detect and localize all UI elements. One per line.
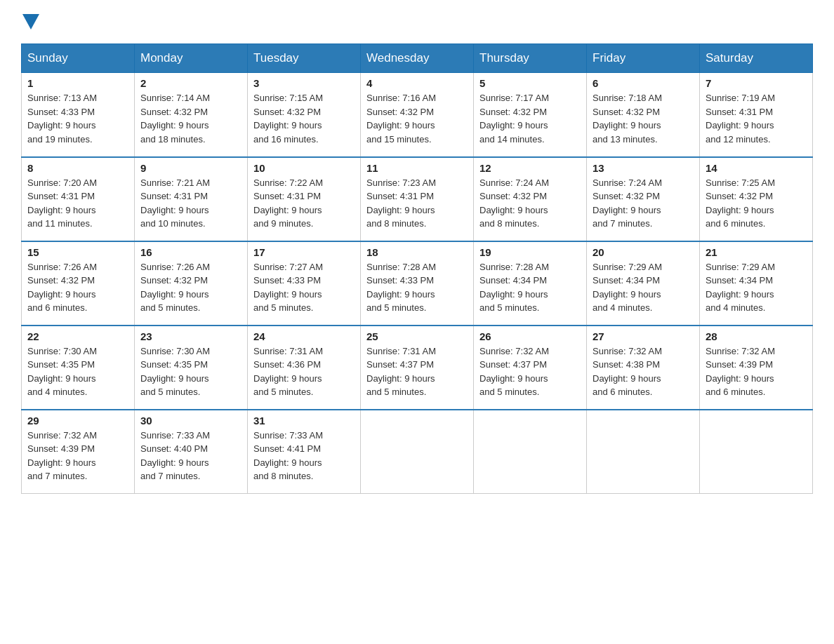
- day-number: 4: [366, 77, 468, 89]
- calendar-cell: 29 Sunrise: 7:32 AM Sunset: 4:39 PM Dayl…: [22, 410, 135, 494]
- day-info: Sunrise: 7:25 AM Sunset: 4:32 PM Dayligh…: [706, 176, 807, 231]
- day-number: 27: [593, 330, 694, 342]
- week-row-1: 1 Sunrise: 7:13 AM Sunset: 4:33 PM Dayli…: [22, 73, 813, 157]
- day-number: 25: [366, 330, 468, 342]
- calendar-cell: 7 Sunrise: 7:19 AM Sunset: 4:31 PM Dayli…: [700, 73, 813, 157]
- day-number: 22: [27, 330, 128, 342]
- calendar-table: SundayMondayTuesdayWednesdayThursdayFrid…: [21, 43, 813, 494]
- logo: [21, 14, 41, 29]
- week-row-5: 29 Sunrise: 7:32 AM Sunset: 4:39 PM Dayl…: [22, 410, 813, 494]
- calendar-cell: 4 Sunrise: 7:16 AM Sunset: 4:32 PM Dayli…: [361, 73, 474, 157]
- day-number: 2: [140, 77, 241, 89]
- day-info: Sunrise: 7:19 AM Sunset: 4:31 PM Dayligh…: [706, 91, 807, 146]
- calendar-cell: 23 Sunrise: 7:30 AM Sunset: 4:35 PM Dayl…: [135, 326, 248, 410]
- calendar-cell: 31 Sunrise: 7:33 AM Sunset: 4:41 PM Dayl…: [248, 410, 361, 494]
- calendar-cell: 17 Sunrise: 7:27 AM Sunset: 4:33 PM Dayl…: [248, 241, 361, 326]
- calendar-cell: 20 Sunrise: 7:29 AM Sunset: 4:34 PM Dayl…: [587, 241, 700, 326]
- calendar-cell: 21 Sunrise: 7:29 AM Sunset: 4:34 PM Dayl…: [700, 241, 813, 326]
- calendar-cell: 25 Sunrise: 7:31 AM Sunset: 4:37 PM Dayl…: [361, 326, 474, 410]
- calendar-cell: 13 Sunrise: 7:24 AM Sunset: 4:32 PM Dayl…: [587, 157, 700, 241]
- day-number: 20: [593, 246, 694, 258]
- day-number: 28: [706, 330, 807, 342]
- day-info: Sunrise: 7:18 AM Sunset: 4:32 PM Dayligh…: [593, 91, 694, 146]
- calendar-cell: 14 Sunrise: 7:25 AM Sunset: 4:32 PM Dayl…: [700, 157, 813, 241]
- day-number: 3: [253, 77, 355, 89]
- weekday-header-row: SundayMondayTuesdayWednesdayThursdayFrid…: [22, 44, 813, 73]
- calendar-cell: 30 Sunrise: 7:33 AM Sunset: 4:40 PM Dayl…: [135, 410, 248, 494]
- weekday-header-friday: Friday: [587, 44, 700, 73]
- calendar-cell: [700, 410, 813, 494]
- day-info: Sunrise: 7:30 AM Sunset: 4:35 PM Dayligh…: [140, 344, 241, 399]
- calendar-cell: 2 Sunrise: 7:14 AM Sunset: 4:32 PM Dayli…: [135, 73, 248, 157]
- day-info: Sunrise: 7:32 AM Sunset: 4:39 PM Dayligh…: [706, 344, 807, 399]
- day-number: 7: [706, 77, 807, 89]
- day-info: Sunrise: 7:13 AM Sunset: 4:33 PM Dayligh…: [27, 91, 128, 146]
- day-number: 21: [706, 246, 807, 258]
- day-number: 26: [479, 330, 581, 342]
- day-info: Sunrise: 7:27 AM Sunset: 4:33 PM Dayligh…: [253, 260, 355, 315]
- day-info: Sunrise: 7:32 AM Sunset: 4:37 PM Dayligh…: [479, 344, 581, 399]
- week-row-2: 8 Sunrise: 7:20 AM Sunset: 4:31 PM Dayli…: [22, 157, 813, 241]
- day-info: Sunrise: 7:16 AM Sunset: 4:32 PM Dayligh…: [366, 91, 468, 146]
- day-info: Sunrise: 7:33 AM Sunset: 4:41 PM Dayligh…: [253, 429, 355, 483]
- weekday-header-monday: Monday: [135, 44, 248, 73]
- day-number: 10: [253, 162, 355, 174]
- day-number: 14: [706, 162, 807, 174]
- day-number: 12: [479, 162, 581, 174]
- day-number: 1: [27, 77, 128, 89]
- day-info: Sunrise: 7:24 AM Sunset: 4:32 PM Dayligh…: [593, 176, 694, 231]
- calendar-cell: 26 Sunrise: 7:32 AM Sunset: 4:37 PM Dayl…: [474, 326, 587, 410]
- day-number: 19: [479, 246, 581, 258]
- day-number: 31: [253, 415, 355, 427]
- day-number: 17: [253, 246, 355, 258]
- day-number: 5: [479, 77, 581, 89]
- day-info: Sunrise: 7:15 AM Sunset: 4:32 PM Dayligh…: [253, 91, 355, 146]
- calendar-cell: 18 Sunrise: 7:28 AM Sunset: 4:33 PM Dayl…: [361, 241, 474, 326]
- weekday-header-tuesday: Tuesday: [248, 44, 361, 73]
- day-number: 8: [27, 162, 128, 174]
- day-info: Sunrise: 7:23 AM Sunset: 4:31 PM Dayligh…: [366, 176, 468, 231]
- day-number: 11: [366, 162, 468, 174]
- week-row-4: 22 Sunrise: 7:30 AM Sunset: 4:35 PM Dayl…: [22, 326, 813, 410]
- day-info: Sunrise: 7:21 AM Sunset: 4:31 PM Dayligh…: [140, 176, 241, 231]
- day-info: Sunrise: 7:31 AM Sunset: 4:37 PM Dayligh…: [366, 344, 468, 399]
- day-number: 18: [366, 246, 468, 258]
- day-number: 30: [140, 415, 241, 427]
- day-info: Sunrise: 7:26 AM Sunset: 4:32 PM Dayligh…: [140, 260, 241, 315]
- calendar-cell: 28 Sunrise: 7:32 AM Sunset: 4:39 PM Dayl…: [700, 326, 813, 410]
- calendar-cell: 16 Sunrise: 7:26 AM Sunset: 4:32 PM Dayl…: [135, 241, 248, 326]
- day-info: Sunrise: 7:30 AM Sunset: 4:35 PM Dayligh…: [27, 344, 128, 399]
- day-number: 6: [593, 77, 694, 89]
- calendar-cell: 27 Sunrise: 7:32 AM Sunset: 4:38 PM Dayl…: [587, 326, 700, 410]
- day-number: 13: [593, 162, 694, 174]
- day-info: Sunrise: 7:24 AM Sunset: 4:32 PM Dayligh…: [479, 176, 581, 231]
- day-info: Sunrise: 7:17 AM Sunset: 4:32 PM Dayligh…: [479, 91, 581, 146]
- weekday-header-sunday: Sunday: [22, 44, 135, 73]
- day-number: 16: [140, 246, 241, 258]
- calendar-cell: 1 Sunrise: 7:13 AM Sunset: 4:33 PM Dayli…: [22, 73, 135, 157]
- day-info: Sunrise: 7:28 AM Sunset: 4:33 PM Dayligh…: [366, 260, 468, 315]
- calendar-cell: 24 Sunrise: 7:31 AM Sunset: 4:36 PM Dayl…: [248, 326, 361, 410]
- calendar-cell: 11 Sunrise: 7:23 AM Sunset: 4:31 PM Dayl…: [361, 157, 474, 241]
- day-info: Sunrise: 7:29 AM Sunset: 4:34 PM Dayligh…: [706, 260, 807, 315]
- day-info: Sunrise: 7:28 AM Sunset: 4:34 PM Dayligh…: [479, 260, 581, 315]
- calendar-cell: 15 Sunrise: 7:26 AM Sunset: 4:32 PM Dayl…: [22, 241, 135, 326]
- calendar-cell: [361, 410, 474, 494]
- calendar-cell: 19 Sunrise: 7:28 AM Sunset: 4:34 PM Dayl…: [474, 241, 587, 326]
- calendar-cell: [587, 410, 700, 494]
- calendar-cell: 8 Sunrise: 7:20 AM Sunset: 4:31 PM Dayli…: [22, 157, 135, 241]
- day-info: Sunrise: 7:22 AM Sunset: 4:31 PM Dayligh…: [253, 176, 355, 231]
- calendar-cell: 5 Sunrise: 7:17 AM Sunset: 4:32 PM Dayli…: [474, 73, 587, 157]
- day-info: Sunrise: 7:33 AM Sunset: 4:40 PM Dayligh…: [140, 429, 241, 483]
- weekday-header-wednesday: Wednesday: [361, 44, 474, 73]
- calendar-cell: 10 Sunrise: 7:22 AM Sunset: 4:31 PM Dayl…: [248, 157, 361, 241]
- day-info: Sunrise: 7:20 AM Sunset: 4:31 PM Dayligh…: [27, 176, 128, 231]
- calendar-cell: 12 Sunrise: 7:24 AM Sunset: 4:32 PM Dayl…: [474, 157, 587, 241]
- day-info: Sunrise: 7:29 AM Sunset: 4:34 PM Dayligh…: [593, 260, 694, 315]
- day-number: 15: [27, 246, 128, 258]
- day-info: Sunrise: 7:32 AM Sunset: 4:38 PM Dayligh…: [593, 344, 694, 399]
- day-info: Sunrise: 7:32 AM Sunset: 4:39 PM Dayligh…: [27, 429, 128, 483]
- day-number: 23: [140, 330, 241, 342]
- day-info: Sunrise: 7:31 AM Sunset: 4:36 PM Dayligh…: [253, 344, 355, 399]
- weekday-header-thursday: Thursday: [474, 44, 587, 73]
